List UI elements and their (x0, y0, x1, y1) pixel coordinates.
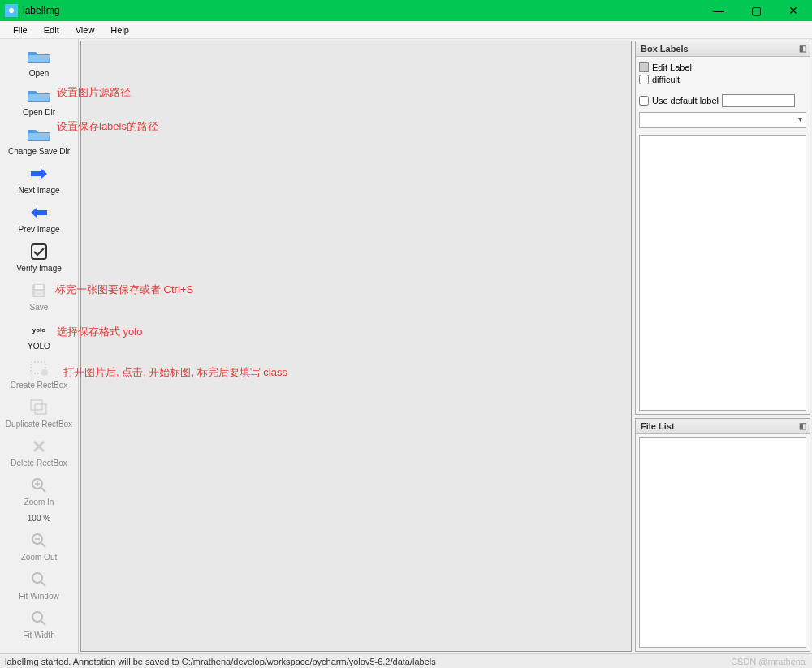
svg-rect-9 (35, 404, 46, 414)
zoom-in-icon (31, 476, 47, 495)
zoom-in-label: Zoom In (24, 498, 54, 506)
fit-width-button[interactable]: Fit Width (2, 606, 76, 643)
verify-image-button[interactable]: Verify Image (2, 239, 76, 276)
menu-help[interactable]: Help (102, 23, 137, 37)
check-icon (31, 242, 47, 261)
zoom-in-button[interactable]: Zoom In (2, 472, 76, 510)
window-controls: — ▢ ✕ (700, 0, 812, 21)
delete-rectbox-label: Delete RectBox (11, 459, 67, 468)
svg-point-7 (41, 369, 48, 376)
folder-open-icon (26, 47, 52, 67)
canvas[interactable] (80, 41, 632, 652)
prev-image-label: Prev Image (18, 225, 59, 234)
fit-window-icon (31, 570, 47, 589)
annotation-4: 选择保存格式 yolo (57, 325, 142, 339)
format-icon: yolo (32, 320, 45, 339)
folder-save-icon (26, 125, 52, 144)
zoom-out-button[interactable]: Zoom Out (2, 528, 76, 565)
box-labels-title: Box Labels (641, 44, 689, 54)
delete-rectbox-button[interactable]: Delete RectBox (2, 433, 76, 471)
file-list-title: File List (641, 421, 675, 431)
labels-list[interactable] (639, 135, 806, 411)
next-image-button[interactable]: Next Image (2, 161, 76, 198)
save-icon (31, 281, 47, 300)
fit-width-label: Fit Width (23, 631, 54, 640)
watermark: CSDN @mrathena (731, 657, 806, 666)
file-list-header: File List ◧ (636, 419, 810, 434)
open-label: Open (29, 69, 49, 78)
save-label: Save (30, 303, 49, 312)
annotation-5: 打开图片后, 点击, 开始标图, 标完后要填写 class (63, 365, 287, 380)
open-button[interactable]: Open (2, 44, 76, 81)
svg-rect-4 (35, 285, 43, 289)
duplicate-rectbox-label: Duplicate RectBox (6, 420, 72, 429)
duplicate-icon (30, 398, 48, 417)
zoom-out-icon (31, 531, 47, 550)
label-combo[interactable] (639, 112, 806, 128)
panel-popout-icon[interactable]: ◧ (799, 44, 806, 53)
annotation-2: 设置保存labels的路径 (57, 119, 158, 134)
edit-label-row[interactable]: Edit Label (639, 62, 806, 72)
fit-window-label: Fit Window (19, 592, 58, 601)
status-bar: labelImg started. Annotation will be sav… (0, 653, 812, 668)
window-title: labelImg (23, 5, 700, 16)
svg-rect-8 (31, 400, 42, 410)
default-label-row: Use default label (639, 94, 806, 107)
menu-file[interactable]: File (5, 23, 36, 37)
default-label-input[interactable] (722, 94, 795, 107)
next-image-label: Next Image (18, 186, 59, 195)
open-dir-label: Open Dir (23, 108, 55, 117)
format-label: YOLO (28, 342, 50, 351)
panel-popout-icon[interactable]: ◧ (799, 421, 806, 430)
status-text: labelImg started. Annotation will be sav… (5, 657, 436, 666)
svg-point-13 (32, 612, 42, 622)
fit-width-icon (31, 609, 47, 628)
verify-image-label: Verify Image (16, 264, 62, 273)
duplicate-rectbox-button[interactable]: Duplicate RectBox (2, 394, 76, 432)
svg-point-12 (32, 573, 42, 583)
right-pane: Box Labels ◧ Edit Label difficult Use de… (633, 39, 812, 653)
maximize-button[interactable]: ▢ (737, 0, 775, 21)
create-rectbox-label: Create RectBox (11, 381, 68, 390)
close-button[interactable]: ✕ (775, 0, 812, 21)
annotation-1: 设置图片源路径 (57, 85, 131, 100)
fit-window-button[interactable]: Fit Window (2, 567, 76, 604)
box-labels-panel: Box Labels ◧ Edit Label difficult Use de… (635, 41, 810, 415)
zoom-out-label: Zoom Out (21, 553, 57, 562)
svg-point-1 (9, 8, 14, 13)
delete-icon (32, 437, 46, 456)
arrow-right-icon (29, 164, 49, 183)
edit-icon (639, 62, 649, 72)
svg-rect-5 (35, 291, 43, 296)
app-icon (5, 4, 18, 17)
annotation-3: 标完一张图要保存或者 Ctrl+S (55, 282, 193, 297)
file-list[interactable] (639, 437, 806, 648)
menu-edit[interactable]: Edit (36, 23, 67, 37)
difficult-checkbox[interactable] (639, 75, 649, 84)
rect-create-icon (30, 359, 48, 378)
svg-rect-2 (32, 244, 46, 259)
folder-icon (26, 86, 52, 106)
difficult-row[interactable]: difficult (639, 75, 806, 84)
prev-image-button[interactable]: Prev Image (2, 200, 76, 237)
file-list-panel: File List ◧ (635, 418, 810, 652)
minimize-button[interactable]: — (700, 0, 737, 21)
edit-label-text: Edit Label (652, 62, 692, 72)
difficult-text: difficult (652, 75, 680, 84)
menu-view[interactable]: View (67, 23, 103, 37)
box-labels-header: Box Labels ◧ (636, 41, 810, 57)
titlebar: labelImg — ▢ ✕ (0, 0, 812, 21)
arrow-left-icon (29, 203, 49, 222)
default-label-checkbox[interactable] (639, 96, 649, 106)
default-label-text: Use default label (652, 96, 719, 106)
zoom-percent: 100 % (28, 514, 50, 523)
menubar: File Edit View Help (0, 21, 812, 39)
change-save-dir-label: Change Save Dir (8, 147, 70, 156)
